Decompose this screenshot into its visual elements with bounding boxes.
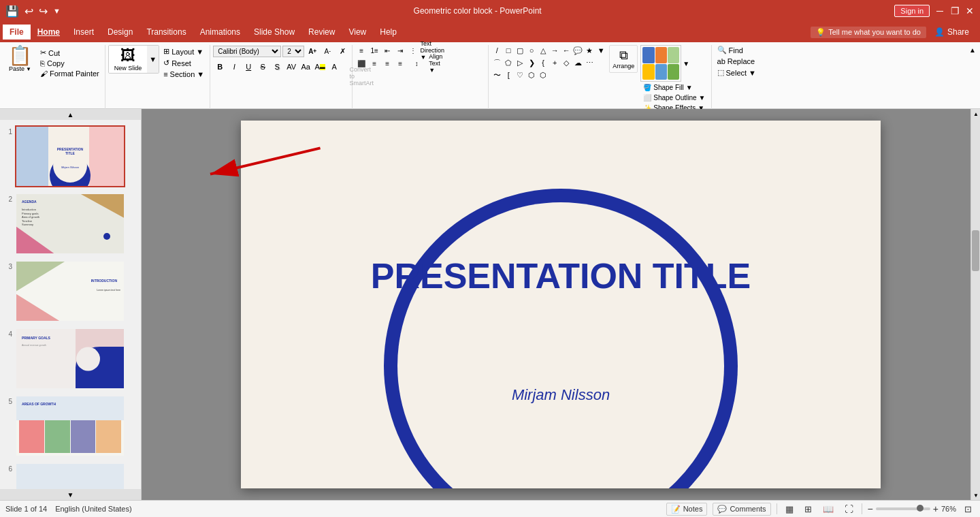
text-shadow-button[interactable]: S [270,61,284,73]
increase-indent-button[interactable]: ⇥ [394,45,406,56]
menu-file[interactable]: File [3,25,31,40]
slide-item[interactable]: 3 INTRODUCTION Lorem ipsum text here [3,260,138,322]
zoom-slider[interactable] [876,507,930,510]
change-case-button[interactable]: Aa [299,61,312,73]
shape-curve[interactable]: ⌒ [491,57,502,68]
cut-button[interactable]: ✂ Cut [37,48,102,58]
panel-scroll-up[interactable]: ▲ [0,109,141,120]
font-color-button[interactable]: A [327,61,341,73]
quick-styles-grid[interactable] [640,45,681,82]
layout-button[interactable]: ⊞ Layout ▼ [161,46,207,57]
reading-view-button[interactable]: 📖 [820,503,836,515]
menu-review[interactable]: Review [301,25,342,40]
italic-button[interactable]: I [227,61,241,73]
save-icon[interactable]: 💾 [5,5,19,18]
qs-item-3[interactable] [668,47,679,63]
scroll-track-vertical[interactable] [971,119,980,490]
decrease-indent-button[interactable]: ⇤ [381,45,393,56]
underline-button[interactable]: U [242,61,255,73]
menu-slideshow[interactable]: Slide Show [247,25,301,40]
shape-wave[interactable]: 〜 [491,69,502,80]
font-size-select[interactable]: 24 [282,46,304,57]
strikethrough-button[interactable]: S [256,61,270,73]
normal-view-button[interactable]: ▦ [783,503,796,515]
shape-outline-button[interactable]: ⬜ Shape Outline ▼ [640,93,708,102]
shape-diamond[interactable]: ◇ [561,57,572,68]
shape-outline-dropdown[interactable]: ▼ [699,94,706,101]
notes-button[interactable]: 📝 Notes [666,503,708,516]
shape-callout[interactable]: 💬 [572,45,583,56]
align-right-button[interactable]: ≡ [381,58,393,69]
character-spacing-button[interactable]: AV [284,61,298,73]
slide-item[interactable]: 6 [3,463,138,489]
menu-view[interactable]: View [342,25,373,40]
undo-icon[interactable]: ↩ [24,5,33,18]
shapes-more[interactable]: ▼ [595,45,606,56]
scroll-thumb-vertical[interactable] [972,230,979,271]
shape-fill-dropdown[interactable]: ▼ [686,84,693,91]
zoom-in-icon[interactable]: + [933,503,938,514]
line-spacing-button[interactable]: ↕ [410,58,423,69]
shape-plus[interactable]: + [549,57,560,68]
shape-hexagon[interactable]: ⬡ [526,69,537,80]
slide-thumbnail[interactable]: PRIMARY GOALS Annual revenue growth [15,328,125,390]
menu-search[interactable]: 💡 Tell me what you want to do [811,27,926,38]
shape-chevron[interactable]: ❯ [526,57,537,68]
qs-item-6[interactable] [668,64,679,80]
comments-button[interactable]: 💬 Comments [713,503,770,516]
slide-title[interactable]: PRESENTATION TITLE [241,257,881,296]
presenter-view-button[interactable]: ⛶ [842,503,856,515]
bullets-button[interactable]: ≡ [355,45,368,56]
shape-cloud[interactable]: ☁ [572,57,583,68]
slide-item[interactable]: 5 AREAS OF GROWTH [3,395,138,457]
qs-item-5[interactable] [655,64,667,80]
slide-subtitle[interactable]: Mirjam Nilsson [241,386,881,404]
minimize-button[interactable]: ─ [935,6,945,16]
redo-icon[interactable]: ↪ [39,5,48,18]
slide-sorter-button[interactable]: ⊞ [802,503,815,515]
shape-heart[interactable]: ♡ [514,69,525,80]
justify-button[interactable]: ≡ [394,58,406,69]
scroll-up-arrow[interactable]: ▲ [971,109,980,119]
scroll-down-arrow[interactable]: ▼ [971,490,980,500]
shape-bracket[interactable]: [ [503,69,514,80]
section-button[interactable]: ≡ Section ▼ [161,69,207,79]
text-highlight-button[interactable]: A▬ [313,61,327,73]
select-button[interactable]: ⬚ Select ▼ [715,67,759,78]
shape-triangle[interactable]: △ [538,45,549,56]
reset-button[interactable]: ↺ Reset [161,58,207,68]
shape-arrow-left[interactable]: ← [561,45,572,56]
close-button[interactable]: ✕ [965,6,975,16]
shape-oval[interactable]: ○ [526,45,537,56]
shape-right-arrow[interactable]: ▷ [514,57,525,68]
shape-octagon[interactable]: ⬡ [538,69,549,80]
slide-thumbnail[interactable] [15,463,125,489]
menu-insert[interactable]: Insert [67,25,101,40]
new-slide-dropdown[interactable]: ▼ [147,46,159,73]
qs-item-4[interactable] [642,64,654,80]
new-slide-icon-area[interactable]: 🖼 New Slide [109,46,148,73]
decrease-font-button[interactable]: A- [321,45,334,57]
align-text-button[interactable]: Align Text ▼ [429,58,442,69]
slide-thumbnail[interactable]: PRESENTATIONTITLE Mirjam Nilsson [15,125,125,187]
paste-dropdown-icon[interactable]: ▼ [26,66,31,72]
shape-arrow-right[interactable]: → [549,45,560,56]
slide-item[interactable]: 2 AGENDA IntroductionPrimary goalsArea o… [3,193,138,255]
qs-item-1[interactable] [642,47,654,63]
paste-button[interactable]: 📋 Paste ▼ [4,45,36,74]
shape-rect[interactable]: □ [503,45,514,56]
slide-item[interactable]: 4 PRIMARY GOALS Annual revenue growth [3,328,138,390]
increase-font-button[interactable]: A+ [306,45,319,57]
zoom-out-icon[interactable]: − [868,503,873,514]
restore-button[interactable]: ❐ [950,6,960,16]
shape-misc[interactable]: ⋯ [584,57,595,68]
quick-styles-dropdown-icon[interactable]: ▼ [683,60,689,67]
menu-home[interactable]: Home [31,25,67,40]
sign-in-button[interactable]: Sign in [894,5,930,17]
fit-slide-button[interactable]: ⊡ [962,503,975,515]
shape-pentagon[interactable]: ⬠ [503,57,514,68]
canvas-scrollbar-vertical[interactable]: ▲ ▼ [970,109,980,500]
numbering-button[interactable]: 1≡ [368,45,380,56]
menu-help[interactable]: Help [373,25,404,40]
arrange-button[interactable]: ⧉ Arrange [609,45,638,73]
